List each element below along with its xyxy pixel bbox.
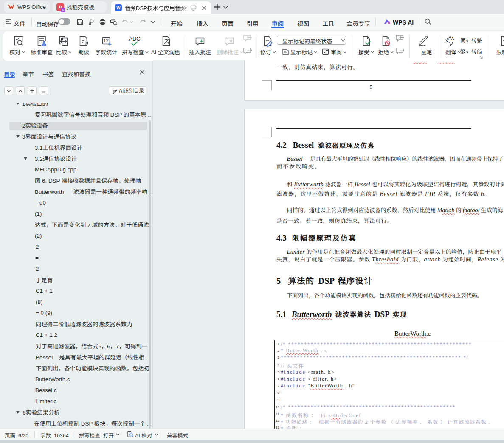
svg-text:ABC: ABC: [129, 36, 141, 42]
svg-text:文: 文: [444, 36, 450, 44]
svg-text:A: A: [451, 36, 454, 41]
svg-text:AI: AI: [62, 9, 65, 11]
svg-text:12: 12: [103, 38, 108, 43]
svg-text:W: W: [116, 6, 121, 10]
